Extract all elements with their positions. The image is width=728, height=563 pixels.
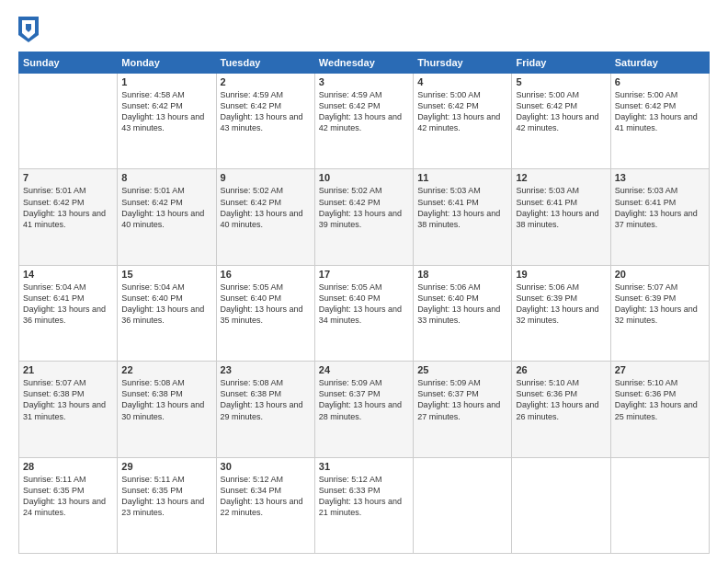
day-header-friday: Friday [512, 52, 610, 74]
week-row-4: 21Sunrise: 5:07 AMSunset: 6:38 PMDayligh… [19, 362, 710, 457]
calendar-cell: 23Sunrise: 5:08 AMSunset: 6:38 PMDayligh… [216, 362, 314, 457]
cell-info: Sunrise: 5:05 AMSunset: 6:40 PMDaylight:… [319, 282, 402, 325]
day-number: 30 [221, 461, 311, 472]
calendar-cell: 12Sunrise: 5:03 AMSunset: 6:41 PMDayligh… [512, 169, 610, 265]
day-number: 31 [319, 461, 409, 472]
week-row-5: 28Sunrise: 5:11 AMSunset: 6:35 PMDayligh… [19, 457, 710, 553]
calendar-cell [19, 74, 118, 169]
day-number: 27 [615, 364, 705, 375]
cell-info: Sunrise: 4:59 AMSunset: 6:42 PMDaylight:… [319, 90, 402, 132]
calendar-cell: 30Sunrise: 5:12 AMSunset: 6:34 PMDayligh… [216, 457, 314, 553]
cell-info: Sunrise: 5:09 AMSunset: 6:37 PMDaylight:… [319, 378, 402, 420]
calendar-cell: 11Sunrise: 5:03 AMSunset: 6:41 PMDayligh… [414, 169, 512, 265]
logo [18, 17, 42, 42]
day-number: 13 [615, 172, 705, 183]
day-number: 15 [121, 269, 211, 280]
calendar-cell: 13Sunrise: 5:03 AMSunset: 6:41 PMDayligh… [610, 169, 709, 265]
day-number: 23 [221, 364, 311, 375]
day-number: 8 [121, 172, 211, 183]
day-number: 28 [23, 461, 113, 472]
calendar-page: SundayMondayTuesdayWednesdayThursdayFrid… [0, 0, 728, 563]
day-number: 2 [221, 76, 311, 87]
day-number: 18 [417, 269, 507, 280]
cell-info: Sunrise: 5:06 AMSunset: 6:39 PMDaylight:… [516, 282, 598, 325]
day-number: 3 [319, 76, 409, 87]
day-header-thursday: Thursday [414, 52, 512, 74]
week-row-1: 1Sunrise: 4:58 AMSunset: 6:42 PMDaylight… [19, 74, 710, 169]
day-number: 20 [615, 269, 705, 280]
calendar-body: 1Sunrise: 4:58 AMSunset: 6:42 PMDaylight… [19, 74, 710, 554]
day-number: 24 [319, 364, 409, 375]
header [18, 17, 710, 42]
day-number: 12 [516, 172, 606, 183]
cell-info: Sunrise: 5:03 AMSunset: 6:41 PMDaylight:… [516, 186, 598, 228]
day-header-wednesday: Wednesday [314, 52, 413, 74]
day-header-sunday: Sunday [19, 52, 118, 74]
cell-info: Sunrise: 4:59 AMSunset: 6:42 PMDaylight:… [221, 90, 303, 132]
cell-info: Sunrise: 4:58 AMSunset: 6:42 PMDaylight:… [121, 90, 204, 132]
calendar-cell: 28Sunrise: 5:11 AMSunset: 6:35 PMDayligh… [19, 457, 118, 553]
calendar-cell: 7Sunrise: 5:01 AMSunset: 6:42 PMDaylight… [19, 169, 118, 265]
calendar-cell: 22Sunrise: 5:08 AMSunset: 6:38 PMDayligh… [118, 362, 216, 457]
day-number: 1 [121, 76, 211, 87]
calendar-cell: 26Sunrise: 5:10 AMSunset: 6:36 PMDayligh… [512, 362, 610, 457]
cell-info: Sunrise: 5:05 AMSunset: 6:40 PMDaylight:… [221, 282, 303, 325]
day-number: 9 [221, 172, 311, 183]
cell-info: Sunrise: 5:01 AMSunset: 6:42 PMDaylight:… [121, 186, 204, 228]
cell-info: Sunrise: 5:04 AMSunset: 6:41 PMDaylight:… [23, 282, 106, 325]
cell-info: Sunrise: 5:03 AMSunset: 6:41 PMDaylight:… [417, 186, 500, 228]
calendar-cell: 5Sunrise: 5:00 AMSunset: 6:42 PMDaylight… [512, 74, 610, 169]
calendar-table: SundayMondayTuesdayWednesdayThursdayFrid… [18, 52, 710, 554]
calendar-cell: 27Sunrise: 5:10 AMSunset: 6:36 PMDayligh… [610, 362, 709, 457]
cell-info: Sunrise: 5:00 AMSunset: 6:42 PMDaylight:… [615, 90, 698, 132]
calendar-cell: 15Sunrise: 5:04 AMSunset: 6:40 PMDayligh… [118, 265, 216, 361]
day-number: 14 [23, 269, 113, 280]
calendar-cell: 24Sunrise: 5:09 AMSunset: 6:37 PMDayligh… [314, 362, 413, 457]
day-header-tuesday: Tuesday [216, 52, 314, 74]
cell-info: Sunrise: 5:02 AMSunset: 6:42 PMDaylight:… [221, 186, 303, 228]
cell-info: Sunrise: 5:08 AMSunset: 6:38 PMDaylight:… [121, 378, 204, 420]
calendar-cell: 17Sunrise: 5:05 AMSunset: 6:40 PMDayligh… [314, 265, 413, 361]
logo-icon [18, 17, 39, 42]
calendar-cell: 20Sunrise: 5:07 AMSunset: 6:39 PMDayligh… [610, 265, 709, 361]
cell-info: Sunrise: 5:07 AMSunset: 6:38 PMDaylight:… [23, 378, 106, 420]
day-number: 4 [417, 76, 507, 87]
day-number: 10 [319, 172, 409, 183]
day-number: 22 [121, 364, 211, 375]
day-number: 17 [319, 269, 409, 280]
calendar-cell: 2Sunrise: 4:59 AMSunset: 6:42 PMDaylight… [216, 74, 314, 169]
calendar-cell [512, 457, 610, 553]
cell-info: Sunrise: 5:00 AMSunset: 6:42 PMDaylight:… [417, 90, 500, 132]
cell-info: Sunrise: 5:11 AMSunset: 6:35 PMDaylight:… [121, 475, 204, 517]
day-number: 6 [615, 76, 705, 87]
calendar-cell: 29Sunrise: 5:11 AMSunset: 6:35 PMDayligh… [118, 457, 216, 553]
cell-info: Sunrise: 5:04 AMSunset: 6:40 PMDaylight:… [121, 282, 204, 325]
cell-info: Sunrise: 5:00 AMSunset: 6:42 PMDaylight:… [516, 90, 598, 132]
calendar-cell: 16Sunrise: 5:05 AMSunset: 6:40 PMDayligh… [216, 265, 314, 361]
day-number: 25 [417, 364, 507, 375]
cell-info: Sunrise: 5:07 AMSunset: 6:39 PMDaylight:… [615, 282, 698, 325]
day-number: 19 [516, 269, 606, 280]
day-header-saturday: Saturday [610, 52, 709, 74]
calendar-cell: 8Sunrise: 5:01 AMSunset: 6:42 PMDaylight… [118, 169, 216, 265]
cell-info: Sunrise: 5:11 AMSunset: 6:35 PMDaylight:… [23, 475, 106, 517]
day-number: 29 [121, 461, 211, 472]
calendar-cell: 19Sunrise: 5:06 AMSunset: 6:39 PMDayligh… [512, 265, 610, 361]
cell-info: Sunrise: 5:03 AMSunset: 6:41 PMDaylight:… [615, 186, 698, 228]
calendar-cell [414, 457, 512, 553]
cell-info: Sunrise: 5:08 AMSunset: 6:38 PMDaylight:… [221, 378, 303, 420]
calendar-cell: 1Sunrise: 4:58 AMSunset: 6:42 PMDaylight… [118, 74, 216, 169]
day-number: 16 [221, 269, 311, 280]
calendar-cell: 10Sunrise: 5:02 AMSunset: 6:42 PMDayligh… [314, 169, 413, 265]
cell-info: Sunrise: 5:10 AMSunset: 6:36 PMDaylight:… [615, 378, 698, 420]
day-number: 26 [516, 364, 606, 375]
day-header-monday: Monday [118, 52, 216, 74]
calendar-cell: 3Sunrise: 4:59 AMSunset: 6:42 PMDaylight… [314, 74, 413, 169]
week-row-3: 14Sunrise: 5:04 AMSunset: 6:41 PMDayligh… [19, 265, 710, 361]
week-row-2: 7Sunrise: 5:01 AMSunset: 6:42 PMDaylight… [19, 169, 710, 265]
calendar-cell: 6Sunrise: 5:00 AMSunset: 6:42 PMDaylight… [610, 74, 709, 169]
calendar-cell: 4Sunrise: 5:00 AMSunset: 6:42 PMDaylight… [414, 74, 512, 169]
cell-info: Sunrise: 5:06 AMSunset: 6:40 PMDaylight:… [417, 282, 500, 325]
day-number: 5 [516, 76, 606, 87]
calendar-cell [610, 457, 709, 553]
